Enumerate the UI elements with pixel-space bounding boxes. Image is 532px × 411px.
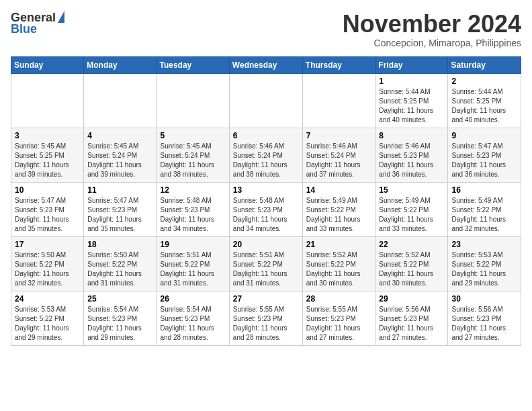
calendar-day-cell: 13Sunrise: 5:48 AM Sunset: 5:23 PM Dayli… <box>229 182 302 236</box>
calendar-day-cell <box>229 73 302 128</box>
day-info: Sunrise: 5:45 AM Sunset: 5:24 PM Dayligh… <box>161 142 226 179</box>
calendar-table: SundayMondayTuesdayWednesdayThursdayFrid… <box>11 56 521 346</box>
day-info: Sunrise: 5:44 AM Sunset: 5:25 PM Dayligh… <box>451 87 517 125</box>
day-info: Sunrise: 5:55 AM Sunset: 5:23 PM Dayligh… <box>306 305 372 342</box>
day-number: 3 <box>15 131 80 140</box>
calendar-week-row: 24Sunrise: 5:53 AM Sunset: 5:22 PM Dayli… <box>11 291 521 345</box>
calendar-day-cell: 22Sunrise: 5:52 AM Sunset: 5:22 PM Dayli… <box>375 236 448 291</box>
day-info: Sunrise: 5:52 AM Sunset: 5:22 PM Dayligh… <box>306 250 372 288</box>
calendar-day-cell: 10Sunrise: 5:47 AM Sunset: 5:23 PM Dayli… <box>11 182 84 236</box>
calendar-day-cell: 1Sunrise: 5:44 AM Sunset: 5:25 PM Daylig… <box>375 73 448 128</box>
calendar-day-cell: 6Sunrise: 5:46 AM Sunset: 5:24 PM Daylig… <box>229 128 302 182</box>
calendar-day-cell: 12Sunrise: 5:48 AM Sunset: 5:23 PM Dayli… <box>157 182 229 236</box>
title-section: November 2024 Concepcion, Mimaropa, Phil… <box>343 11 521 48</box>
day-info: Sunrise: 5:54 AM Sunset: 5:23 PM Dayligh… <box>161 305 226 342</box>
calendar-day-cell: 21Sunrise: 5:52 AM Sunset: 5:22 PM Dayli… <box>302 236 375 291</box>
location: Concepcion, Mimaropa, Philippines <box>343 38 521 48</box>
day-number: 7 <box>306 131 372 140</box>
calendar-day-cell: 7Sunrise: 5:46 AM Sunset: 5:24 PM Daylig… <box>302 128 375 182</box>
day-number: 8 <box>379 131 444 140</box>
day-info: Sunrise: 5:50 AM Sunset: 5:22 PM Dayligh… <box>87 250 152 288</box>
day-info: Sunrise: 5:47 AM Sunset: 5:23 PM Dayligh… <box>87 196 152 234</box>
day-info: Sunrise: 5:52 AM Sunset: 5:22 PM Dayligh… <box>379 250 444 288</box>
calendar-day-cell: 14Sunrise: 5:49 AM Sunset: 5:22 PM Dayli… <box>302 182 375 236</box>
calendar-day-cell: 2Sunrise: 5:44 AM Sunset: 5:25 PM Daylig… <box>448 73 521 128</box>
calendar-week-row: 1Sunrise: 5:44 AM Sunset: 5:25 PM Daylig… <box>11 73 521 128</box>
day-number: 2 <box>451 77 517 86</box>
day-info: Sunrise: 5:44 AM Sunset: 5:25 PM Dayligh… <box>379 87 444 125</box>
logo-blue: Blue <box>11 22 37 36</box>
day-info: Sunrise: 5:48 AM Sunset: 5:23 PM Dayligh… <box>233 196 299 234</box>
calendar-weekday: Thursday <box>302 56 375 73</box>
calendar-day-cell: 16Sunrise: 5:49 AM Sunset: 5:22 PM Dayli… <box>448 182 521 236</box>
calendar-day-cell: 19Sunrise: 5:51 AM Sunset: 5:22 PM Dayli… <box>157 236 229 291</box>
calendar-day-cell: 23Sunrise: 5:53 AM Sunset: 5:22 PM Dayli… <box>448 236 521 291</box>
day-info: Sunrise: 5:48 AM Sunset: 5:23 PM Dayligh… <box>161 196 226 234</box>
day-number: 26 <box>161 294 226 304</box>
day-number: 21 <box>306 240 372 249</box>
day-info: Sunrise: 5:47 AM Sunset: 5:23 PM Dayligh… <box>451 142 517 179</box>
calendar-day-cell: 30Sunrise: 5:56 AM Sunset: 5:23 PM Dayli… <box>448 291 521 345</box>
day-info: Sunrise: 5:51 AM Sunset: 5:22 PM Dayligh… <box>233 250 299 288</box>
calendar-weekday: Monday <box>84 56 157 73</box>
day-info: Sunrise: 5:45 AM Sunset: 5:24 PM Dayligh… <box>87 142 152 179</box>
calendar-weekday: Saturday <box>448 56 521 73</box>
day-number: 20 <box>233 240 299 249</box>
day-info: Sunrise: 5:46 AM Sunset: 5:23 PM Dayligh… <box>379 142 444 179</box>
calendar-header-row: SundayMondayTuesdayWednesdayThursdayFrid… <box>11 56 521 73</box>
day-number: 15 <box>379 185 444 195</box>
calendar-day-cell: 25Sunrise: 5:54 AM Sunset: 5:23 PM Dayli… <box>84 291 157 345</box>
calendar-day-cell: 26Sunrise: 5:54 AM Sunset: 5:23 PM Dayli… <box>157 291 229 345</box>
day-info: Sunrise: 5:53 AM Sunset: 5:22 PM Dayligh… <box>15 305 80 342</box>
calendar-week-row: 3Sunrise: 5:45 AM Sunset: 5:25 PM Daylig… <box>11 128 521 182</box>
day-info: Sunrise: 5:56 AM Sunset: 5:23 PM Dayligh… <box>379 305 444 342</box>
calendar-day-cell: 18Sunrise: 5:50 AM Sunset: 5:22 PM Dayli… <box>84 236 157 291</box>
calendar-weekday: Tuesday <box>157 56 229 73</box>
day-number: 28 <box>306 294 372 304</box>
calendar-day-cell: 9Sunrise: 5:47 AM Sunset: 5:23 PM Daylig… <box>448 128 521 182</box>
day-number: 1 <box>379 77 444 86</box>
day-number: 9 <box>451 131 517 140</box>
day-info: Sunrise: 5:53 AM Sunset: 5:22 PM Dayligh… <box>451 250 517 288</box>
day-number: 11 <box>87 185 152 195</box>
day-info: Sunrise: 5:51 AM Sunset: 5:22 PM Dayligh… <box>161 250 226 288</box>
calendar-weekday: Wednesday <box>229 56 302 73</box>
page-header: General Blue November 2024 Concepcion, M… <box>11 11 521 48</box>
calendar-day-cell: 5Sunrise: 5:45 AM Sunset: 5:24 PM Daylig… <box>157 128 229 182</box>
calendar-day-cell: 28Sunrise: 5:55 AM Sunset: 5:23 PM Dayli… <box>302 291 375 345</box>
calendar-day-cell <box>84 73 157 128</box>
day-number: 25 <box>87 294 152 304</box>
day-number: 5 <box>161 131 226 140</box>
day-number: 22 <box>379 240 444 249</box>
day-number: 10 <box>15 185 80 195</box>
day-number: 4 <box>87 131 152 140</box>
day-number: 30 <box>451 294 517 304</box>
calendar-week-row: 17Sunrise: 5:50 AM Sunset: 5:22 PM Dayli… <box>11 236 521 291</box>
calendar-day-cell: 3Sunrise: 5:45 AM Sunset: 5:25 PM Daylig… <box>11 128 84 182</box>
day-number: 18 <box>87 240 152 249</box>
calendar-day-cell: 24Sunrise: 5:53 AM Sunset: 5:22 PM Dayli… <box>11 291 84 345</box>
day-info: Sunrise: 5:50 AM Sunset: 5:22 PM Dayligh… <box>15 250 80 288</box>
calendar-day-cell: 8Sunrise: 5:46 AM Sunset: 5:23 PM Daylig… <box>375 128 448 182</box>
day-info: Sunrise: 5:49 AM Sunset: 5:22 PM Dayligh… <box>306 196 372 234</box>
logo: General Blue <box>11 11 64 36</box>
calendar-day-cell: 11Sunrise: 5:47 AM Sunset: 5:23 PM Dayli… <box>84 182 157 236</box>
calendar-day-cell: 15Sunrise: 5:49 AM Sunset: 5:22 PM Dayli… <box>375 182 448 236</box>
calendar-day-cell: 4Sunrise: 5:45 AM Sunset: 5:24 PM Daylig… <box>84 128 157 182</box>
day-info: Sunrise: 5:46 AM Sunset: 5:24 PM Dayligh… <box>306 142 372 179</box>
day-info: Sunrise: 5:46 AM Sunset: 5:24 PM Dayligh… <box>233 142 299 179</box>
day-info: Sunrise: 5:56 AM Sunset: 5:23 PM Dayligh… <box>451 305 517 342</box>
day-number: 12 <box>161 185 226 195</box>
logo-triangle-icon <box>58 11 64 23</box>
calendar-day-cell <box>302 73 375 128</box>
day-info: Sunrise: 5:54 AM Sunset: 5:23 PM Dayligh… <box>87 305 152 342</box>
day-number: 16 <box>451 185 517 195</box>
calendar-weekday: Sunday <box>11 56 84 73</box>
day-number: 27 <box>233 294 299 304</box>
day-info: Sunrise: 5:55 AM Sunset: 5:23 PM Dayligh… <box>233 305 299 342</box>
calendar-weekday: Friday <box>375 56 448 73</box>
day-number: 14 <box>306 185 372 195</box>
day-number: 19 <box>161 240 226 249</box>
day-number: 23 <box>451 240 517 249</box>
month-title: November 2024 <box>343 11 521 38</box>
